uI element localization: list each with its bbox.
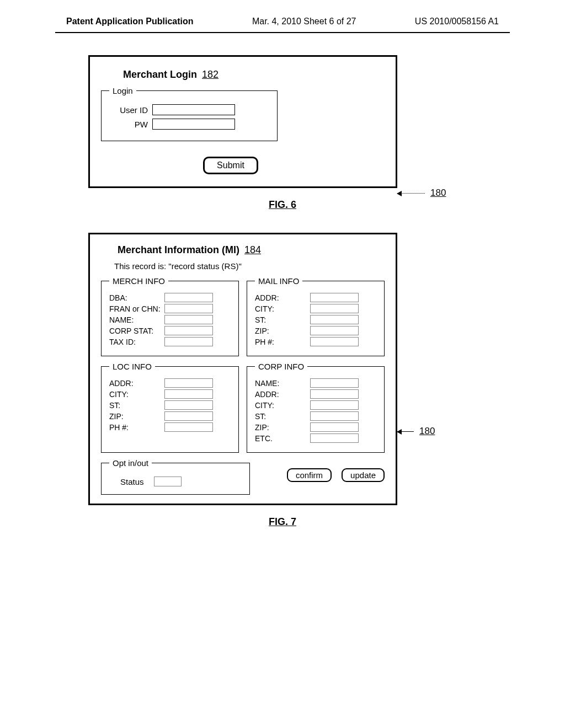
- merch-name-input[interactable]: [164, 315, 213, 324]
- merch-taxid-label: TAX ID:: [109, 338, 164, 346]
- header-rule: [55, 32, 510, 33]
- mi-title-ref: 184: [244, 244, 261, 255]
- merch-taxid-input[interactable]: [164, 337, 213, 346]
- loc-zip-input[interactable]: [164, 411, 213, 421]
- bottom-row: Opt in/out Status confirm update: [101, 458, 385, 495]
- figure-6: Merchant Login 182 Login User ID PW Subm…: [88, 55, 499, 188]
- fig7-caption: FIG. 7: [0, 516, 565, 528]
- corp-city-input[interactable]: [310, 400, 359, 410]
- merch-info-fieldset: MERCH INFO DBA: FRAN or CHN: NAME: CORP …: [101, 276, 239, 356]
- callout-number: 180: [419, 426, 435, 437]
- page-header: Patent Application Publication Mar. 4, 2…: [0, 17, 565, 30]
- corp-name-label: NAME:: [255, 379, 310, 388]
- merch-legend: MERCH INFO: [109, 276, 168, 286]
- mail-addr-input[interactable]: [310, 293, 359, 302]
- corp-etc-label: ETC.: [255, 434, 310, 443]
- loc-st-label: ST:: [109, 401, 164, 410]
- pw-label: PW: [109, 120, 148, 129]
- info-row-1: MERCH INFO DBA: FRAN or CHN: NAME: CORP …: [101, 276, 385, 356]
- mail-zip-input[interactable]: [310, 326, 359, 335]
- merch-dba-input[interactable]: [164, 293, 213, 302]
- loc-zip-label: ZIP:: [109, 412, 164, 421]
- mail-st-input[interactable]: [310, 315, 359, 324]
- callout-180-fig7: 180: [397, 426, 435, 437]
- loc-addr-label: ADDR:: [109, 379, 164, 388]
- corp-etc-input[interactable]: [310, 433, 359, 443]
- merch-corpstat-label: CORP STAT:: [109, 326, 164, 335]
- corp-zip-label: ZIP:: [255, 423, 310, 432]
- loc-legend: LOC INFO: [109, 362, 155, 371]
- login-panel: Merchant Login 182 Login User ID PW Subm…: [88, 55, 397, 188]
- userid-row: User ID: [109, 104, 269, 115]
- header-docnum: US 2010/0058156 A1: [415, 17, 499, 26]
- corp-addr-input[interactable]: [310, 389, 359, 399]
- loc-info-fieldset: LOC INFO ADDR: CITY: ST: ZIP: PH #:: [101, 362, 239, 453]
- update-button[interactable]: update: [342, 468, 385, 482]
- loc-ph-input[interactable]: [164, 422, 213, 432]
- submit-wrap: Submit: [151, 157, 311, 174]
- opt-status-input[interactable]: [154, 477, 182, 486]
- mi-panel-title: Merchant Information (MI) 184: [118, 244, 385, 256]
- corp-addr-label: ADDR:: [255, 390, 310, 399]
- mail-zip-label: ZIP:: [255, 326, 310, 335]
- header-sheet: Mar. 4, 2010 Sheet 6 of 27: [252, 17, 356, 26]
- mail-addr-label: ADDR:: [255, 293, 310, 302]
- merch-dba-label: DBA:: [109, 293, 164, 302]
- login-title-text: Merchant Login: [123, 69, 197, 80]
- mail-ph-input[interactable]: [310, 337, 359, 346]
- pw-row: PW: [109, 119, 269, 130]
- loc-st-input[interactable]: [164, 400, 213, 410]
- loc-ph-label: PH #:: [109, 423, 164, 432]
- mail-city-input[interactable]: [310, 304, 359, 313]
- userid-input[interactable]: [152, 104, 235, 115]
- header-publication: Patent Application Publication: [66, 17, 194, 26]
- confirm-button[interactable]: confirm: [287, 468, 332, 482]
- patent-page: Patent Application Publication Mar. 4, 2…: [0, 0, 565, 572]
- arrow-icon: [397, 193, 425, 194]
- mi-subtitle: This record is: "record status (RS)": [114, 261, 385, 271]
- corp-legend: CORP INFO: [255, 362, 307, 371]
- mail-city-label: CITY:: [255, 304, 310, 313]
- callout-number: 180: [430, 188, 446, 199]
- merch-name-label: NAME:: [109, 315, 164, 324]
- figure-7: Merchant Information (MI) 184 This recor…: [88, 233, 499, 505]
- corp-name-input[interactable]: [310, 378, 359, 388]
- pw-input[interactable]: [152, 119, 235, 130]
- opt-legend: Opt in/out: [109, 458, 152, 468]
- mi-panel: Merchant Information (MI) 184 This recor…: [88, 233, 397, 505]
- opt-status-label: Status: [120, 477, 144, 486]
- arrow-icon: [397, 431, 414, 432]
- action-buttons: confirm update: [258, 458, 385, 482]
- loc-city-input[interactable]: [164, 389, 213, 399]
- login-fieldset: Login User ID PW: [101, 86, 278, 141]
- login-legend: Login: [109, 86, 136, 95]
- mail-st-label: ST:: [255, 315, 310, 324]
- corp-zip-input[interactable]: [310, 422, 359, 432]
- opt-status-row: Status: [120, 477, 242, 486]
- mail-ph-label: PH #:: [255, 338, 310, 346]
- loc-city-label: CITY:: [109, 390, 164, 399]
- corp-info-fieldset: CORP INFO NAME: ADDR: CITY: ST: ZIP: ETC…: [247, 362, 385, 453]
- fig6-caption: FIG. 6: [0, 199, 565, 211]
- opt-fieldset: Opt in/out Status: [101, 458, 250, 495]
- merch-fran-input[interactable]: [164, 304, 213, 313]
- corp-st-input[interactable]: [310, 411, 359, 421]
- submit-button[interactable]: Submit: [203, 157, 258, 174]
- mail-info-fieldset: MAIL INFO ADDR: CITY: ST: ZIP: PH #:: [247, 276, 385, 356]
- corp-city-label: CITY:: [255, 401, 310, 410]
- loc-addr-input[interactable]: [164, 378, 213, 388]
- callout-180-fig6: 180: [397, 188, 446, 199]
- userid-label: User ID: [109, 105, 148, 115]
- info-row-2: LOC INFO ADDR: CITY: ST: ZIP: PH #: CORP…: [101, 362, 385, 453]
- mail-legend: MAIL INFO: [255, 276, 302, 286]
- mi-title-text: Merchant Information (MI): [118, 244, 239, 255]
- login-title-ref: 182: [202, 69, 218, 80]
- login-panel-title: Merchant Login 182: [123, 69, 385, 81]
- merch-corpstat-input[interactable]: [164, 326, 213, 335]
- merch-fran-label: FRAN or CHN:: [109, 304, 164, 313]
- corp-st-label: ST:: [255, 412, 310, 421]
